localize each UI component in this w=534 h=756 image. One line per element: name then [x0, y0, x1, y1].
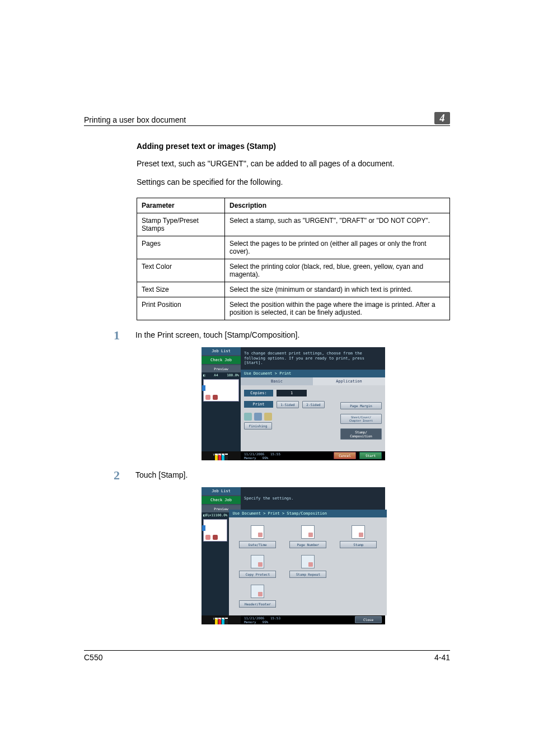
page-footer: C550 4-41: [84, 650, 450, 662]
zoom-label: 100.0%: [216, 513, 228, 517]
param-desc: Select the size (minimum or standard) in…: [225, 282, 450, 297]
screen-breadcrumb: Use Document > Print: [241, 370, 385, 377]
copy-protect-button[interactable]: Copy Protect: [239, 571, 276, 578]
toner-k-icon: K: [225, 618, 228, 624]
header-footer-button[interactable]: Header/Footer: [239, 600, 276, 608]
param-name: Text Size: [137, 282, 225, 297]
thumbnail-object-icon: [213, 535, 218, 540]
footer-memory-label: Memory: [244, 620, 256, 624]
finishing-button[interactable]: Finishing: [244, 422, 272, 430]
thumbnail-marker-icon: [202, 385, 205, 391]
stamp-button[interactable]: Stamp: [340, 541, 377, 548]
screen-message: To change document print settings, choos…: [241, 347, 385, 370]
application-tab[interactable]: Application: [313, 377, 385, 385]
zoom-label: 100.0%: [227, 373, 239, 377]
paper-size-label: A4: [214, 373, 218, 377]
footer-time: 15:55: [270, 452, 280, 456]
check-job-tab[interactable]: Check Job: [202, 496, 241, 504]
job-list-tab[interactable]: Job List: [202, 487, 241, 495]
param-desc: Select a stamp, such as "URGENT", "DRAFT…: [225, 213, 450, 236]
page-number-button[interactable]: Page Number: [289, 541, 326, 548]
finishing-icon: [264, 413, 272, 421]
header-footer-icon: [251, 585, 264, 598]
table-header-parameter: Parameter: [137, 198, 225, 213]
thumbnail-marker-icon: [202, 525, 205, 531]
table-header-description: Description: [225, 198, 450, 213]
intro-paragraph-2: Settings can be specified for the follow…: [137, 177, 450, 188]
copies-field[interactable]: 1: [277, 390, 307, 396]
parameters-table: Parameter Description Stamp Type/Preset …: [137, 198, 450, 320]
job-list-tab[interactable]: Job List: [202, 347, 241, 355]
table-row: Text Color Select the printing color (bl…: [137, 259, 450, 282]
cancel-button[interactable]: Cancel: [334, 452, 356, 459]
intro-paragraph-1: Preset text, such as "URGENT", can be ad…: [137, 158, 450, 169]
page-thumbnail[interactable]: [203, 519, 227, 542]
step-2: 2 Touch [Stamp].: [137, 470, 450, 482]
basic-tab[interactable]: Basic: [241, 377, 313, 385]
finishing-icon: [244, 413, 252, 421]
two-sided-button[interactable]: 2-Sided: [302, 401, 325, 408]
date-time-button[interactable]: Date/Time: [239, 541, 276, 548]
footer-memory-pct: 99%: [263, 456, 269, 460]
toner-levels: Y M C K: [202, 615, 241, 624]
stamp-icon: [352, 525, 365, 539]
copies-label: Copies:: [244, 390, 273, 396]
sheet-cover-chapter-button[interactable]: Sheet/Cover/ Chapter Insert: [340, 414, 382, 424]
stamp-composition-button[interactable]: Stamp/ Composition: [340, 428, 382, 440]
step-text: Touch [Stamp].: [135, 470, 450, 479]
table-row: Text Size Select the size (minimum or st…: [137, 282, 450, 297]
section-title: Adding preset text or images (Stamp): [137, 142, 450, 151]
table-row: Print Position Select the position withi…: [137, 297, 450, 320]
param-name: Stamp Type/Preset Stamps: [137, 213, 225, 236]
footer-date: 11/21/2006: [244, 616, 264, 620]
table-row: Pages Select the pages to be printed on …: [137, 236, 450, 259]
param-desc: Select the pages to be printed on (eithe…: [225, 236, 450, 259]
chapter-indicator: 4: [434, 112, 450, 124]
finishing-icon: [254, 413, 262, 421]
step-number: 2: [110, 469, 120, 482]
footer-time: 15:53: [270, 616, 280, 620]
step-number: 1: [110, 329, 120, 342]
start-button[interactable]: Start: [359, 452, 382, 459]
page-header: Printing a user box document 4: [84, 112, 450, 126]
preview-tab[interactable]: Preview: [202, 365, 241, 372]
param-name: Print Position: [137, 297, 225, 320]
step-1: 1 In the Print screen, touch [Stamp/Comp…: [137, 330, 450, 342]
orientation-icon: ◧: [203, 373, 205, 377]
page-number-label: 4-41: [434, 653, 450, 662]
stamp-repeat-button[interactable]: Stamp Repeat: [289, 571, 326, 578]
print-label: Print: [244, 401, 273, 408]
footer-memory-pct: 99%: [263, 620, 269, 624]
param-name: Pages: [137, 236, 225, 259]
screen-message: Specify the settings.: [241, 487, 385, 510]
param-name: Text Color: [137, 259, 225, 282]
toner-k-icon: K: [225, 454, 228, 460]
step-text: In the Print screen, touch [Stamp/Compos…: [135, 330, 450, 339]
breadcrumb: Printing a user box document: [84, 115, 186, 124]
page-margin-button[interactable]: Page Margin: [340, 402, 382, 409]
thumbnail-object-icon: [205, 395, 210, 400]
thumbnail-object-icon: [205, 535, 210, 540]
date-time-icon: [251, 525, 264, 539]
check-job-tab[interactable]: Check Job: [202, 356, 241, 364]
copy-protect-icon: [251, 555, 264, 568]
stamp-repeat-icon: [301, 555, 315, 568]
page-thumbnail[interactable]: [203, 379, 239, 402]
footer-memory-label: Memory: [244, 456, 256, 460]
stamp-composition-screen-figure: Job List Check Job Preview Specify the s…: [202, 487, 385, 624]
param-desc: Select the position within the page wher…: [225, 297, 450, 320]
toner-levels: Y M C K: [202, 451, 241, 460]
screen-breadcrumb: Use Document > Print > Stamp/Composition: [229, 510, 387, 517]
param-desc: Select the printing color (black, red, b…: [225, 259, 450, 282]
paper-size-label: 8½×11: [205, 513, 216, 517]
table-row: Stamp Type/Preset Stamps Select a stamp,…: [137, 213, 450, 236]
thumbnail-object-icon: [213, 395, 218, 400]
page-number-icon: [301, 525, 315, 539]
close-button[interactable]: Close: [355, 616, 382, 623]
chapter-number-badge: 4: [434, 112, 450, 124]
model-label: C550: [84, 653, 102, 662]
one-sided-button[interactable]: 1-Sided: [277, 401, 299, 408]
footer-date: 11/21/2006: [244, 452, 264, 456]
print-screen-figure: Job List Check Job Preview To change doc…: [202, 347, 385, 460]
